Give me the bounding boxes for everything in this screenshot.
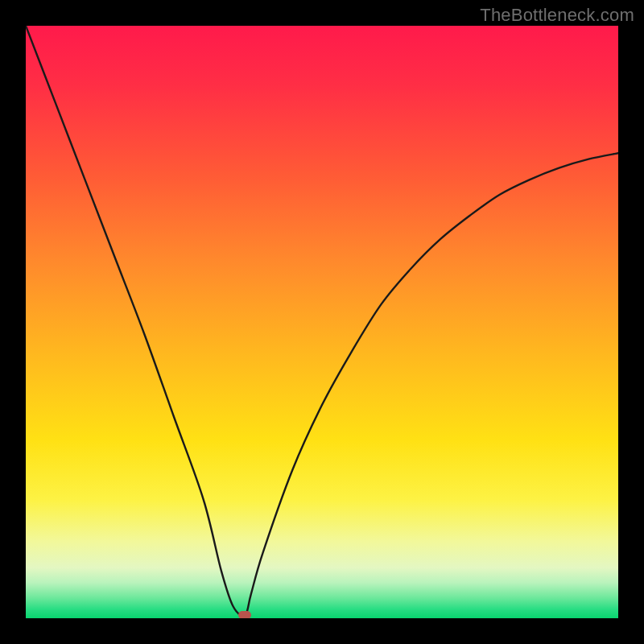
plot-area bbox=[26, 26, 618, 618]
bottleneck-curve bbox=[26, 26, 618, 618]
minimum-point-marker bbox=[238, 611, 251, 618]
watermark-text: TheBottleneck.com bbox=[480, 5, 634, 26]
chart-frame: TheBottleneck.com bbox=[0, 0, 644, 644]
